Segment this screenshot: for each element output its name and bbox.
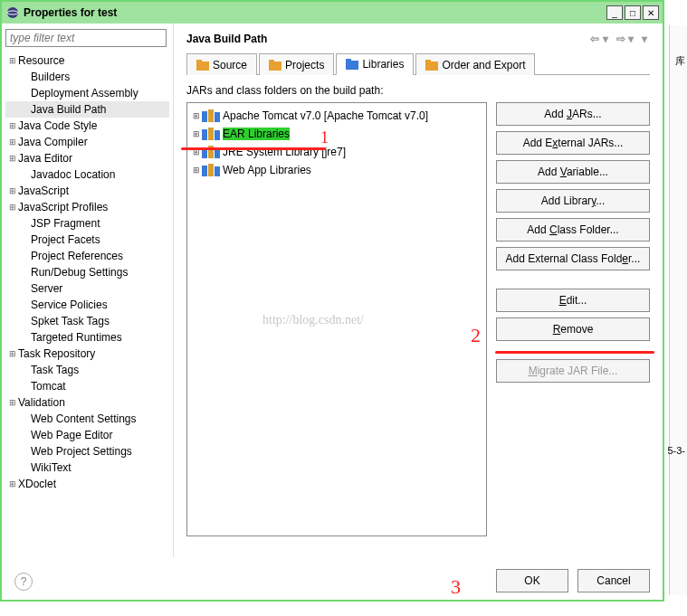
tab-label: Projects [285, 59, 324, 71]
nav-back-icon[interactable]: ⇦ ▾ [590, 33, 607, 45]
help-button[interactable]: ? [14, 573, 33, 591]
add-external-class-folder-button[interactable]: Add External Class Folder... [496, 247, 650, 270]
sidebar-item-java-code-style[interactable]: ⊞Java Code Style [5, 118, 169, 134]
jar-item[interactable]: ⊞JRE System Library [jre7] [191, 143, 482, 161]
sidebar-item-tomcat[interactable]: Tomcat [5, 378, 169, 394]
sidebar-item-label: Tomcat [31, 378, 66, 394]
sidebar-item-javascript[interactable]: ⊞JavaScript [5, 183, 169, 199]
maximize-button[interactable]: □ [625, 5, 641, 20]
sidebar-item-javadoc-location[interactable]: Javadoc Location [5, 166, 169, 183]
sidebar-item-label: Server [31, 280, 62, 297]
sidebar-item-targeted-runtimes[interactable]: Targeted Runtimes [5, 329, 169, 346]
sidebar-item-project-facets[interactable]: Project Facets [5, 232, 169, 248]
sidebar-item-label: JSP Fragment [31, 215, 100, 232]
expander-icon[interactable]: ⊞ [193, 166, 202, 175]
sidebar-item-label: Web Content Settings [31, 411, 137, 427]
tab-libraries[interactable]: Libraries [336, 53, 414, 75]
sidebar-tree: ⊞ResourceBuildersDeployment AssemblyJava… [5, 52, 169, 492]
sidebar-item-service-policies[interactable]: Service Policies [5, 297, 169, 313]
svg-rect-20 [208, 164, 214, 176]
sidebar-item-label: Validation [18, 394, 65, 411]
remove-button[interactable]: Remove [496, 317, 650, 341]
nav-menu-icon[interactable]: ▾ [642, 33, 647, 45]
sidebar-item-deployment-assembly[interactable]: Deployment Assembly [5, 85, 169, 101]
sidebar-item-java-build-path[interactable]: Java Build Path [5, 101, 169, 118]
eclipse-icon [5, 5, 20, 20]
expander-icon[interactable]: ⊞ [9, 476, 18, 492]
add-class-folder-button[interactable]: Add Class Folder... [496, 218, 650, 242]
sidebar-item-java-editor[interactable]: ⊞Java Editor [5, 150, 169, 166]
expander-icon[interactable]: ⊞ [193, 129, 202, 138]
sidebar-item-builders[interactable]: Builders [5, 69, 169, 85]
annotation-underline-ear [181, 147, 326, 150]
sidebar-item-server[interactable]: Server [5, 280, 169, 297]
filter-input[interactable] [5, 29, 167, 47]
ok-button[interactable]: OK [496, 569, 568, 592]
expander-icon[interactable]: ⊞ [9, 150, 18, 166]
sidebar-item-label: Deployment Assembly [31, 85, 138, 101]
tab-source[interactable]: Source [186, 53, 257, 75]
sidebar-item-jsp-fragment[interactable]: JSP Fragment [5, 215, 169, 232]
right-label-1: 库 [675, 54, 685, 68]
sidebar-item-web-content-settings[interactable]: Web Content Settings [5, 411, 169, 427]
tab-label: Libraries [362, 58, 404, 71]
add-library-button[interactable]: Add Library... [496, 189, 650, 213]
tab-label: Source [213, 59, 247, 71]
sidebar-item-validation[interactable]: ⊞Validation [5, 394, 169, 411]
sidebar-item-web-project-settings[interactable]: Web Project Settings [5, 443, 169, 460]
sidebar-item-resource[interactable]: ⊞Resource [5, 52, 169, 69]
svg-rect-10 [202, 111, 207, 122]
tab-icon [425, 60, 438, 71]
tab-order-and-export[interactable]: Order and Export [415, 53, 535, 75]
sidebar-item-label: Javadoc Location [31, 166, 115, 183]
svg-rect-2 [196, 62, 209, 71]
svg-rect-19 [202, 166, 207, 176]
nav-fwd-icon[interactable]: ⇨ ▾ [616, 33, 634, 45]
expander-icon[interactable]: ⊞ [9, 346, 18, 362]
tab-icon [346, 59, 358, 70]
sidebar-item-project-references[interactable]: Project References [5, 248, 169, 264]
jar-list-label: JARs and class folders on the build path… [186, 84, 650, 97]
jar-tree[interactable]: ⊞Apache Tomcat v7.0 [Apache Tomcat v7.0]… [186, 102, 487, 536]
sidebar-item-task-tags[interactable]: Task Tags [5, 362, 169, 378]
sidebar-item-run-debug-settings[interactable]: Run/Debug Settings [5, 264, 169, 280]
sidebar-item-java-compiler[interactable]: ⊞Java Compiler [5, 134, 169, 150]
close-button[interactable]: ✕ [643, 5, 659, 20]
sidebar-item-wikitext[interactable]: WikiText [5, 460, 169, 476]
expander-icon[interactable]: ⊞ [9, 394, 18, 411]
cancel-button[interactable]: Cancel [577, 569, 650, 592]
sidebar-item-web-page-editor[interactable]: Web Page Editor [5, 427, 169, 443]
sidebar-item-task-repository[interactable]: ⊞Task Repository [5, 346, 169, 362]
tab-row: SourceProjectsLibrariesOrder and Export [186, 52, 650, 75]
add-external-jars-button[interactable]: Add External JARs... [496, 131, 650, 155]
sidebar-item-label: Java Compiler [18, 134, 88, 150]
sidebar-item-label: Task Tags [31, 362, 79, 378]
jar-item[interactable]: ⊞Apache Tomcat v7.0 [Apache Tomcat v7.0] [191, 107, 482, 125]
tab-projects[interactable]: Projects [259, 53, 334, 75]
sidebar-item-label: Project References [31, 248, 123, 264]
annotation-underline-remove [495, 351, 654, 354]
sidebar-item-spket-task-tags[interactable]: Spket Task Tags [5, 313, 169, 329]
svg-rect-14 [208, 128, 214, 140]
expander-icon[interactable]: ⊞ [9, 183, 18, 199]
sidebar-item-javascript-profiles[interactable]: ⊞JavaScript Profiles [5, 199, 169, 215]
sidebar-item-label: Task Repository [18, 346, 95, 362]
add-variable-button[interactable]: Add Variable... [496, 160, 650, 184]
svg-rect-4 [269, 62, 281, 71]
minimize-button[interactable]: _ [606, 5, 623, 20]
add-jars-button[interactable]: Add JARs... [496, 102, 650, 126]
expander-icon[interactable]: ⊞ [9, 52, 18, 69]
svg-rect-13 [202, 129, 207, 140]
svg-rect-11 [208, 109, 214, 122]
sidebar-item-xdoclet[interactable]: ⊞XDoclet [5, 476, 169, 492]
expander-icon[interactable]: ⊞ [9, 199, 18, 215]
edit-button[interactable]: Edit... [496, 289, 650, 312]
sidebar-item-label: Targeted Runtimes [31, 329, 122, 346]
sidebar-item-label: JavaScript [18, 183, 69, 199]
expander-icon[interactable]: ⊞ [193, 111, 202, 120]
expander-icon[interactable]: ⊞ [9, 134, 18, 150]
jar-item[interactable]: ⊞EAR Libraries [191, 125, 482, 143]
expander-icon[interactable]: ⊞ [9, 118, 18, 134]
jar-item[interactable]: ⊞Web App Libraries [191, 161, 482, 179]
button-column: Add JARs... Add External JARs... Add Var… [496, 102, 650, 536]
